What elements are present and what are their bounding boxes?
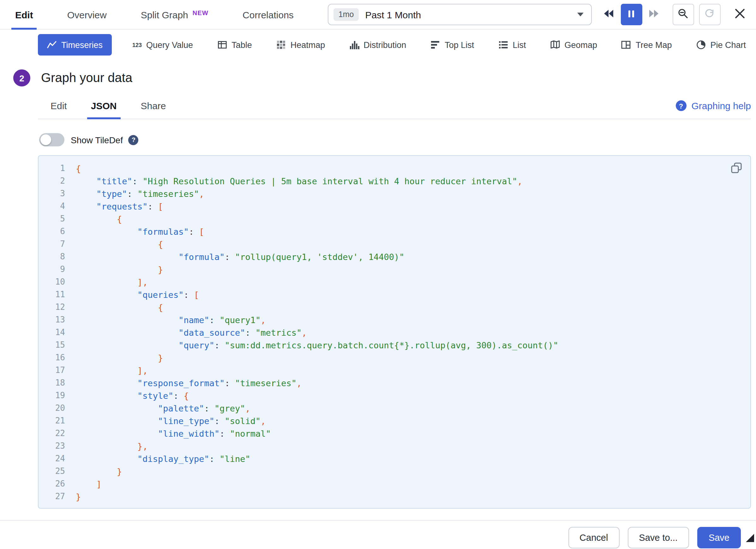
tab-split-graph[interactable]: Split Graph NEW bbox=[141, 0, 208, 29]
viz-tree-map-label: Tree Map bbox=[636, 40, 672, 50]
zoom-out-button[interactable] bbox=[673, 4, 694, 25]
graph-your-data-section: Edit JSON Share ? Graphing help Show Til… bbox=[0, 97, 756, 509]
distribution-icon bbox=[349, 40, 359, 50]
tab-editor-edit-label: Edit bbox=[51, 100, 67, 111]
copy-icon bbox=[731, 166, 742, 176]
zoom-out-icon bbox=[678, 8, 689, 21]
graph-your-data-section-header: 2 Graph your data bbox=[0, 69, 756, 87]
json-editor[interactable]: 1{2 "title": "High Resolution Queries | … bbox=[38, 155, 751, 509]
tree-map-icon bbox=[621, 40, 631, 50]
tab-editor-share-label: Share bbox=[141, 100, 166, 111]
chevron-down-icon bbox=[577, 13, 584, 16]
pie-chart-icon bbox=[696, 40, 706, 50]
editor-tabs: Edit JSON Share ? Graphing help bbox=[38, 97, 751, 119]
viz-heatmap-label: Heatmap bbox=[291, 40, 325, 50]
refresh-icon bbox=[705, 8, 715, 21]
header-controls: 1mo Past 1 Month bbox=[328, 4, 751, 25]
viz-table-label: Table bbox=[231, 40, 252, 50]
heatmap-icon bbox=[276, 40, 286, 50]
fast-forward-button[interactable] bbox=[644, 4, 665, 25]
time-range-select[interactable]: 1mo Past 1 Month bbox=[328, 4, 592, 25]
tab-editor-json-label: JSON bbox=[91, 100, 117, 111]
viz-tree-map-button[interactable]: Tree Map bbox=[617, 34, 676, 56]
toggle-knob bbox=[40, 134, 51, 145]
new-badge: NEW bbox=[193, 9, 208, 16]
viz-pie-chart-label: Pie Chart bbox=[711, 40, 746, 50]
step-number-badge: 2 bbox=[13, 69, 30, 87]
fast-forward-icon bbox=[649, 9, 660, 20]
tab-overview[interactable]: Overview bbox=[67, 0, 107, 29]
tab-editor-json[interactable]: JSON bbox=[90, 97, 118, 119]
query-value-icon: 123 bbox=[132, 40, 142, 50]
tab-editor-edit[interactable]: Edit bbox=[49, 97, 68, 119]
viz-heatmap-button[interactable]: Heatmap bbox=[272, 34, 329, 56]
help-question-icon: ? bbox=[676, 100, 687, 111]
page-title: Graph your data bbox=[41, 71, 132, 85]
header: Edit Overview Split Graph NEW Correlatio… bbox=[0, 0, 756, 30]
timeseries-icon bbox=[47, 40, 57, 50]
close-button[interactable] bbox=[729, 4, 751, 25]
tab-edit-label: Edit bbox=[15, 9, 33, 20]
pause-button[interactable] bbox=[621, 4, 642, 25]
tab-split-graph-label: Split Graph bbox=[141, 9, 188, 20]
viz-timeseries-label: Timeseries bbox=[61, 40, 103, 50]
tiledef-help-icon[interactable]: ? bbox=[129, 135, 139, 145]
tab-correlations[interactable]: Correlations bbox=[243, 0, 294, 29]
pause-icon bbox=[627, 9, 636, 20]
tab-correlations-label: Correlations bbox=[243, 9, 294, 20]
visualization-type-bar: Timeseries 123 Query Value Table Heatma bbox=[0, 30, 756, 56]
viz-query-value-label: Query Value bbox=[146, 40, 193, 50]
json-editor-lines: 1{2 "title": "High Resolution Queries | … bbox=[42, 162, 741, 503]
viz-timeseries-button[interactable]: Timeseries bbox=[38, 34, 111, 56]
tab-edit[interactable]: Edit bbox=[15, 0, 33, 29]
tab-overview-label: Overview bbox=[67, 9, 107, 20]
viz-table-button[interactable]: Table bbox=[213, 34, 256, 56]
tab-editor-share[interactable]: Share bbox=[139, 97, 167, 119]
show-tiledef-toggle[interactable] bbox=[39, 133, 64, 146]
svg-text:123: 123 bbox=[132, 42, 141, 48]
viz-list-label: List bbox=[513, 40, 526, 50]
copy-button[interactable] bbox=[731, 162, 742, 176]
table-icon bbox=[217, 40, 227, 50]
tiledef-toggle-row: Show TileDef ? bbox=[38, 133, 751, 146]
rewind-icon bbox=[603, 9, 614, 20]
viz-list-button[interactable]: List bbox=[494, 34, 530, 56]
show-tiledef-label: Show TileDef bbox=[71, 135, 123, 145]
footer: Cancel Save to... Save bbox=[0, 521, 756, 548]
graphing-help-link[interactable]: ? Graphing help bbox=[676, 100, 751, 119]
time-range-label: Past 1 Month bbox=[365, 9, 421, 20]
viz-top-list-button[interactable]: Top List bbox=[426, 34, 478, 56]
top-list-icon bbox=[430, 40, 440, 50]
close-icon bbox=[735, 9, 745, 20]
list-icon bbox=[498, 40, 508, 50]
viz-geomap-button[interactable]: Geomap bbox=[546, 34, 601, 56]
refresh-button[interactable] bbox=[699, 4, 721, 25]
viz-query-value-button[interactable]: 123 Query Value bbox=[128, 34, 197, 56]
time-range-badge: 1mo bbox=[333, 8, 359, 21]
cancel-button[interactable]: Cancel bbox=[568, 527, 619, 548]
playback-controls bbox=[598, 4, 665, 25]
save-to-button[interactable]: Save to... bbox=[627, 527, 689, 548]
geomap-icon bbox=[550, 40, 560, 50]
viz-top-list-label: Top List bbox=[445, 40, 474, 50]
resize-grip[interactable] bbox=[746, 534, 754, 542]
graph-editor-modal: Edit Overview Split Graph NEW Correlatio… bbox=[0, 0, 756, 549]
save-button[interactable]: Save bbox=[697, 527, 741, 548]
viz-geomap-label: Geomap bbox=[564, 40, 597, 50]
viz-pie-chart-button[interactable]: Pie Chart bbox=[692, 34, 750, 56]
header-nav-tabs: Edit Overview Split Graph NEW Correlatio… bbox=[15, 0, 328, 29]
viz-distribution-label: Distribution bbox=[363, 40, 406, 50]
rewind-button[interactable] bbox=[598, 4, 620, 25]
viz-distribution-button[interactable]: Distribution bbox=[345, 34, 410, 56]
graphing-help-label: Graphing help bbox=[692, 100, 751, 111]
